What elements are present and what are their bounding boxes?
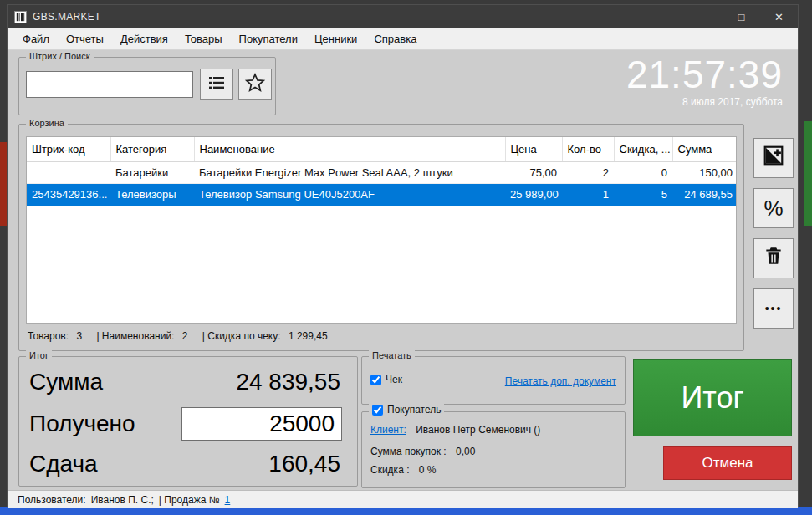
cart-header-row: Штрих-код Категория Наименование Цена Ко… <box>27 137 737 162</box>
cell-barcode: 25435429136... <box>27 184 110 206</box>
menu-item-file[interactable]: Файл <box>14 29 58 48</box>
favorites-button[interactable] <box>238 69 272 100</box>
cart-group: Корзина Штрих-код Категория Наименование <box>18 124 744 351</box>
price-adjust-icon <box>763 145 784 172</box>
cell-category: Батарейки <box>110 162 194 184</box>
more-options-button[interactable]: ••• <box>753 288 794 329</box>
desktop-wallpaper-green <box>804 121 812 226</box>
receipt-checkbox-label: Чек <box>386 374 402 385</box>
menu-item-goods[interactable]: Товары <box>176 29 231 48</box>
summary-discount-label: | Скидка по чеку: <box>202 330 281 342</box>
cell-barcode <box>27 162 110 184</box>
cell-qty: 2 <box>562 162 614 184</box>
cell-name: Батарейки Energizer Max Power Seal AAA, … <box>194 162 505 184</box>
maximize-button[interactable]: □ <box>723 5 760 28</box>
purchases-label: Сумма покупок : <box>370 446 447 457</box>
users-label: Пользователи: <box>18 494 86 506</box>
sum-label: Сумма <box>29 369 103 395</box>
minimize-button[interactable]: — <box>685 5 723 28</box>
col-header-sum[interactable]: Сумма <box>672 137 737 162</box>
cart-summary: Товаров: 3 | Наименований: 2 | Скидка по… <box>28 330 340 342</box>
summary-names-value: 2 <box>182 330 188 342</box>
cell-category: Телевизоры <box>110 184 194 206</box>
barcode-search-group: Штрих / Поиск <box>18 57 276 115</box>
barcode-search-input[interactable] <box>26 71 193 98</box>
product-list-button[interactable] <box>200 69 233 100</box>
cell-discount: 5 <box>614 184 672 206</box>
customer-discount-label: Скидка : <box>370 464 409 476</box>
totals-group-label: Итог <box>26 350 52 360</box>
cart-table: Штрих-код Категория Наименование Цена Ко… <box>27 137 737 206</box>
cell-sum: 150,00 <box>672 162 737 184</box>
clock-date: 8 июля 2017, суббота <box>626 96 783 108</box>
trash-icon <box>763 245 784 273</box>
receipt-checkbox[interactable] <box>370 375 381 385</box>
menu-item-help[interactable]: Справка <box>365 29 425 48</box>
client-name: Иванов Петр Семенович () <box>416 424 540 436</box>
clock-time: 21:57:39 <box>626 55 783 94</box>
receipt-checkbox-row: Чек <box>370 374 402 385</box>
total-button[interactable]: Итог <box>633 359 792 436</box>
col-header-price[interactable]: Цена <box>505 137 562 162</box>
ellipsis-icon: ••• <box>765 302 783 315</box>
received-input[interactable] <box>181 407 342 441</box>
print-group-label: Печатать <box>369 350 415 360</box>
customer-checkbox-label: Покупатель <box>387 404 441 416</box>
cart-action-buttons: % ••• <box>753 138 794 329</box>
desktop: GBS.MARKET — □ ✕ Файл Отчеты Действия То… <box>0 0 812 515</box>
customer-checkbox[interactable] <box>372 405 383 416</box>
cell-price: 75,00 <box>505 162 562 184</box>
menu-item-customers[interactable]: Покупатели <box>231 29 306 48</box>
menubar: Файл Отчеты Действия Товары Покупатели Ц… <box>8 28 798 50</box>
customer-discount-line: Скидка : 0 % <box>370 464 437 476</box>
client-link[interactable]: Клиент: <box>370 424 406 436</box>
titlebar[interactable]: GBS.MARKET — □ ✕ <box>8 5 798 28</box>
summary-names-label: | Наименований: <box>96 330 174 342</box>
col-header-name[interactable]: Наименование <box>194 137 505 162</box>
print-group: Печатать Чек Печатать доп. документ <box>361 356 626 405</box>
change-label: Сдача <box>29 451 98 477</box>
cell-qty: 1 <box>562 184 614 206</box>
barcode-search-group-label: Штрих / Поиск <box>26 51 94 61</box>
statusbar: Пользователи: Иванов П. С.; | Продажа № … <box>8 490 798 508</box>
cancel-button[interactable]: Отмена <box>663 446 792 480</box>
star-icon <box>244 72 266 97</box>
cell-discount: 0 <box>614 162 672 184</box>
customer-group: Покупатель Клиент: Иванов Петр Семенович… <box>361 411 626 488</box>
cart-table-container: Штрих-код Категория Наименование Цена Ко… <box>26 136 737 324</box>
col-header-barcode[interactable]: Штрих-код <box>27 137 110 162</box>
col-header-qty[interactable]: Кол-во <box>562 137 614 162</box>
app-icon <box>14 11 27 23</box>
cart-row[interactable]: Батарейки Батарейки Energizer Max Power … <box>27 162 737 184</box>
app-window: GBS.MARKET — □ ✕ Файл Отчеты Действия То… <box>7 4 799 507</box>
received-label: Получено <box>29 410 135 437</box>
delete-item-button[interactable] <box>753 238 794 278</box>
purchases-line: Сумма покупок : 0,00 <box>370 446 475 457</box>
sum-value: 24 839,55 <box>236 369 340 395</box>
totals-group: Итог Сумма 24 839,55 Получено Сдача 160,… <box>18 356 358 487</box>
users-value: Иванов П. С.; <box>91 494 154 506</box>
price-adjust-button[interactable] <box>753 138 794 178</box>
clock: 21:57:39 8 июля 2017, суббота <box>626 55 783 108</box>
discount-percent-button[interactable]: % <box>753 188 794 228</box>
taskbar[interactable] <box>0 507 812 515</box>
cart-group-label: Корзина <box>26 118 68 128</box>
cart-row-selected[interactable]: 25435429136... Телевизоры Телевизор Sams… <box>27 184 737 206</box>
purchases-value: 0,00 <box>456 446 475 457</box>
col-header-category[interactable]: Категория <box>110 137 194 162</box>
window-title: GBS.MARKET <box>33 11 101 23</box>
close-button[interactable]: ✕ <box>760 5 798 28</box>
col-header-discount[interactable]: Скидка, ... <box>614 137 672 162</box>
menu-item-actions[interactable]: Действия <box>112 29 176 48</box>
cell-sum: 24 689,55 <box>672 184 737 206</box>
menu-item-pricetags[interactable]: Ценники <box>306 29 365 48</box>
sale-number-link[interactable]: 1 <box>225 494 231 506</box>
percent-icon: % <box>763 196 783 222</box>
print-extra-doc-link[interactable]: Печатать доп. документ <box>505 375 616 387</box>
change-value: 160,45 <box>268 451 340 477</box>
sale-label: | Продажа № <box>159 494 220 506</box>
menu-item-reports[interactable]: Отчеты <box>58 29 112 48</box>
cell-name: Телевизор Samsung UE40J5200AF <box>194 184 505 206</box>
customer-discount-value: 0 % <box>419 464 437 476</box>
customer-caption: Покупатель <box>369 404 444 416</box>
